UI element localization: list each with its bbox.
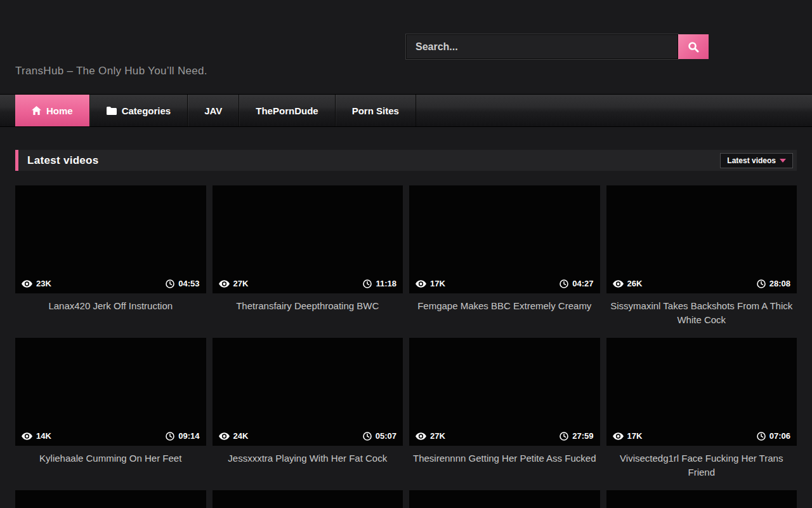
- video-duration: 11:18: [376, 279, 396, 288]
- video-grid: 23K 04:53 Lanax420 Jerk Off Instruction: [15, 185, 797, 508]
- video-title[interactable]: Jessxxxtra Playing With Her Fat Cock: [215, 451, 401, 479]
- video-duration: 27:59: [572, 431, 593, 441]
- duration-group: 05:07: [363, 431, 396, 441]
- views-group: 27K: [416, 431, 445, 441]
- video-duration: 04:53: [178, 279, 199, 288]
- site-tagline: TransHub – The Only Hub You’ll Need.: [15, 65, 207, 77]
- video-meta: 14K 09:14: [15, 426, 206, 446]
- video-thumbnail[interactable]: [606, 490, 797, 508]
- main-content: Latest videos Latest videos 23K: [0, 150, 812, 508]
- views-group: 17K: [613, 431, 643, 441]
- section-header: Latest videos Latest videos: [15, 150, 797, 171]
- nav-item-porn-sites[interactable]: Porn Sites: [336, 95, 416, 126]
- video-card: [409, 490, 600, 508]
- video-meta: 24K 05:07: [213, 426, 403, 446]
- duration-group: 07:06: [757, 431, 790, 441]
- video-thumbnail[interactable]: [213, 490, 403, 508]
- video-duration: 05:07: [376, 431, 396, 441]
- video-duration: 04:27: [572, 279, 593, 288]
- duration-group: 09:14: [166, 431, 199, 441]
- video-thumbnail[interactable]: [409, 490, 600, 508]
- view-count: 27K: [430, 431, 445, 441]
- video-thumbnail[interactable]: 27K 27:59: [409, 338, 600, 446]
- sort-dropdown-button[interactable]: Latest videos: [720, 153, 793, 168]
- nav-item-label: Categories: [122, 105, 171, 116]
- views-group: 17K: [416, 279, 445, 288]
- nav-item-label: Porn Sites: [352, 105, 399, 116]
- section-accent-bar: [15, 150, 18, 171]
- video-thumbnail[interactable]: 27K 11:18: [213, 185, 403, 293]
- clock-icon: [560, 279, 568, 288]
- nav-item-theporndude[interactable]: ThePornDude: [239, 95, 335, 126]
- video-card: 27K 11:18 Thetransfairy Deepthroating BW…: [213, 185, 403, 338]
- views-group: 27K: [219, 279, 249, 288]
- video-card: [213, 490, 403, 508]
- search-form: [406, 34, 709, 59]
- clock-icon: [363, 432, 372, 441]
- search-input[interactable]: [406, 34, 678, 59]
- nav-item-home[interactable]: Home: [15, 95, 90, 126]
- clock-icon: [363, 279, 372, 288]
- clock-icon: [757, 432, 766, 441]
- view-count: 27K: [233, 279, 249, 288]
- video-meta: 26K 28:08: [606, 274, 797, 293]
- video-card: 17K 04:27 Femgape Makes BBC Extremely Cr…: [409, 185, 600, 338]
- view-count: 26K: [627, 279, 643, 288]
- video-meta: 23K 04:53: [15, 274, 206, 293]
- video-title[interactable]: Thesirennnn Getting Her Petite Ass Fucke…: [412, 451, 598, 479]
- main-nav: Home Categories JAV ThePornDude Porn Sit…: [0, 94, 812, 127]
- nav-item-label: Home: [46, 105, 73, 116]
- view-count: 24K: [233, 431, 249, 441]
- views-group: 23K: [22, 279, 51, 288]
- views-group: 24K: [219, 431, 249, 441]
- eye-icon: [219, 280, 230, 288]
- sort-dropdown-label: Latest videos: [727, 156, 776, 165]
- caret-down-icon: [780, 159, 786, 163]
- view-count: 14K: [36, 431, 51, 441]
- video-duration: 09:14: [178, 431, 199, 441]
- site-header: TransHub – The Only Hub You’ll Need.: [0, 0, 812, 94]
- eye-icon: [22, 432, 32, 440]
- video-title[interactable]: Thetransfairy Deepthroating BWC: [215, 299, 401, 327]
- nav-item-categories[interactable]: Categories: [90, 95, 188, 126]
- video-card: 27K 27:59 Thesirennnn Getting Her Petite…: [409, 338, 600, 490]
- video-card: 23K 04:53 Lanax420 Jerk Off Instruction: [15, 185, 206, 338]
- nav-item-label: JAV: [204, 105, 222, 116]
- view-count: 17K: [430, 279, 445, 288]
- section-title: Latest videos: [27, 154, 99, 167]
- eye-icon: [219, 432, 230, 440]
- video-title[interactable]: Femgape Makes BBC Extremely Creamy: [412, 299, 598, 327]
- search-button[interactable]: [678, 34, 709, 59]
- video-thumbnail[interactable]: 17K 07:06: [606, 338, 797, 446]
- video-thumbnail[interactable]: 14K 09:14: [15, 338, 206, 446]
- folder-icon: [107, 107, 117, 115]
- video-meta: 17K 04:27: [409, 274, 600, 293]
- nav-item-label: ThePornDude: [256, 105, 318, 116]
- video-thumbnail[interactable]: 26K 28:08: [606, 185, 797, 293]
- video-thumbnail[interactable]: 24K 05:07: [213, 338, 403, 446]
- nav-item-jav[interactable]: JAV: [188, 95, 239, 126]
- eye-icon: [613, 280, 624, 288]
- video-meta: 17K 07:06: [606, 426, 797, 446]
- video-title[interactable]: Lanax420 Jerk Off Instruction: [18, 299, 204, 327]
- eye-icon: [416, 432, 426, 440]
- video-card: 24K 05:07 Jessxxxtra Playing With Her Fa…: [213, 338, 403, 490]
- duration-group: 04:27: [560, 279, 593, 288]
- views-group: 14K: [22, 431, 51, 441]
- video-title[interactable]: Vivisectedg1rl Face Fucking Her Trans Fr…: [609, 451, 795, 479]
- view-count: 17K: [627, 431, 643, 441]
- video-thumbnail[interactable]: 17K 04:27: [409, 185, 600, 293]
- video-duration: 28:08: [769, 279, 790, 288]
- duration-group: 11:18: [363, 279, 396, 288]
- clock-icon: [166, 279, 174, 288]
- video-thumbnail[interactable]: [15, 490, 206, 508]
- video-title[interactable]: Sissymaxinl Takes Backshots From A Thick…: [609, 299, 795, 327]
- video-meta: 27K 11:18: [213, 274, 403, 293]
- view-count: 23K: [36, 279, 51, 288]
- clock-icon: [757, 279, 766, 288]
- video-thumbnail[interactable]: 23K 04:53: [15, 185, 206, 293]
- video-title[interactable]: Kyliehaale Cumming On Her Feet: [18, 451, 204, 479]
- video-card: 26K 28:08 Sissymaxinl Takes Backshots Fr…: [606, 185, 797, 338]
- duration-group: 04:53: [166, 279, 199, 288]
- video-meta: 27K 27:59: [409, 426, 600, 446]
